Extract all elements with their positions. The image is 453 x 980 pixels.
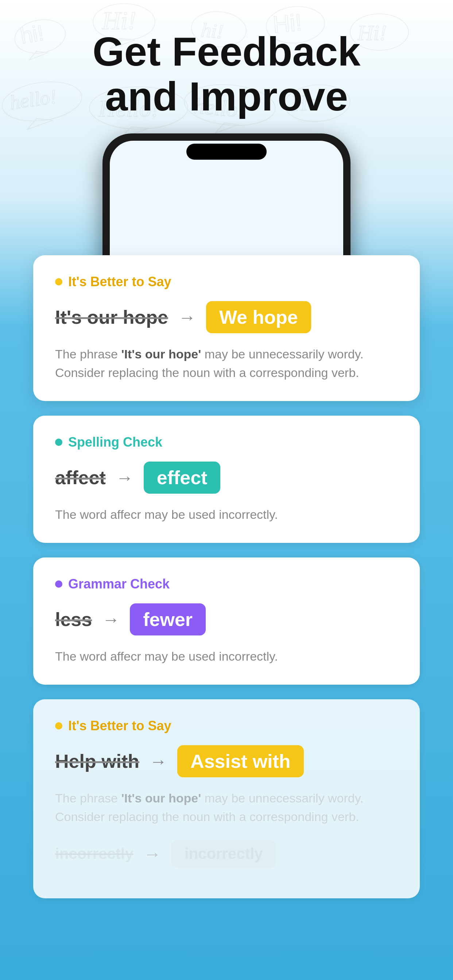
original-text-4: Help with <box>55 750 139 772</box>
arrow-4b: → <box>144 844 161 864</box>
correction-row-4b: incorrectly → incorrectly <box>55 840 398 868</box>
card-better-to-say-1: It's Better to Say It's our hope → We ho… <box>33 255 420 401</box>
svg-marker-14 <box>27 118 53 129</box>
phone-notch <box>187 144 266 160</box>
suggestion-badge-4: Assist with <box>177 745 304 777</box>
card-label-better-1: It's Better to Say <box>55 274 398 290</box>
dot-yellow-2 <box>55 722 62 730</box>
card-last-inner: It's Better to Say Help with → Assist wi… <box>55 718 398 868</box>
original-text-1: It's our hope <box>55 306 168 328</box>
arrow-1: → <box>179 307 196 328</box>
svg-marker-2 <box>29 51 48 60</box>
svg-text:hi!: hi! <box>19 21 46 48</box>
arrow-2: → <box>116 468 134 488</box>
suggestion-badge-2: effect <box>144 461 221 494</box>
correction-row-4: Help with → Assist with <box>55 745 398 777</box>
original-text-4b: incorrectly <box>55 845 134 862</box>
card-label-grammar: Grammar Check <box>55 576 398 592</box>
card-spelling-check: Spelling Check affect → effect The word … <box>33 415 420 543</box>
card-better-to-say-2: It's Better to Say Help with → Assist wi… <box>33 699 420 898</box>
arrow-3: → <box>102 609 120 630</box>
card-grammar-check: Grammar Check less → fewer The word affe… <box>33 557 420 685</box>
hero-title: Get Feedback and Improve <box>64 0 390 134</box>
card-description-3: The word affecr may be used incorrectly. <box>55 647 398 666</box>
card-description-2: The word affecr may be used incorrectly. <box>55 505 398 524</box>
arrow-4: → <box>150 751 167 772</box>
card-description-4: The phrase 'It's our hope' may be unnece… <box>55 789 398 826</box>
card-description-1: The phrase 'It's our hope' may be unnece… <box>55 345 398 382</box>
correction-row-2: affect → effect <box>55 461 398 494</box>
card-label-better-2: It's Better to Say <box>55 718 398 733</box>
original-text-3: less <box>55 608 92 630</box>
card-label-spelling: Spelling Check <box>55 434 398 450</box>
dot-yellow-1 <box>55 278 62 285</box>
correction-row-3: less → fewer <box>55 603 398 635</box>
original-text-2: affect <box>55 467 106 488</box>
correction-row-1: It's our hope → We hope <box>55 301 398 333</box>
dot-teal-1 <box>55 439 62 446</box>
bottom-section: It's Better to Say It's our hope → We ho… <box>0 328 453 980</box>
suggestion-badge-4b: incorrectly <box>171 840 276 868</box>
app-container: hi! Hi! hi! Hi! Hi! hello! Hello! <box>0 0 453 980</box>
dot-purple-1 <box>55 581 62 588</box>
suggestion-badge-1: We hope <box>206 301 311 333</box>
suggestion-badge-3: fewer <box>130 603 206 635</box>
